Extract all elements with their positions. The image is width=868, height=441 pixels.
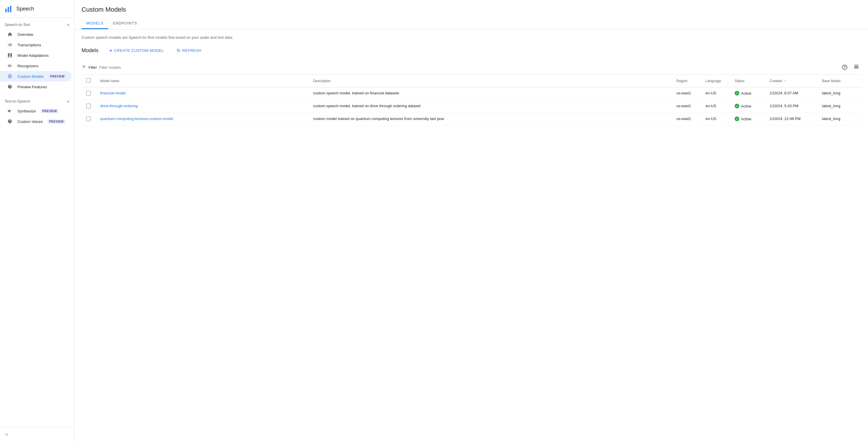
page-title: Custom Models — [82, 6, 861, 13]
model-name-link-0[interactable]: financial-model — [100, 91, 125, 95]
stt-section-header[interactable]: Speech-to-Text ∧ — [0, 20, 74, 29]
sidebar-item-recognizers[interactable]: Recognizers — [0, 61, 72, 71]
status-active-icon-0 — [735, 91, 739, 95]
recognizers-icon — [7, 63, 13, 69]
collapse-button[interactable]: ◁ — [0, 430, 74, 439]
preview-features-icon — [7, 84, 13, 90]
model-name-link-1[interactable]: drive-through-ordering — [100, 104, 138, 108]
sidebar-item-preview-features-label: Preview Features — [18, 85, 47, 89]
custom-voices-preview-badge: PREVIEW — [48, 119, 65, 124]
transcriptions-icon — [7, 42, 13, 48]
row-created-1: 1/10/24, 5:43 PM — [765, 100, 817, 113]
row-language-2: en-US — [701, 113, 730, 126]
row-checkbox-0[interactable] — [86, 91, 91, 95]
th-created[interactable]: Created ↑ — [765, 75, 817, 87]
row-model-name-2: quantum-computing-lectures-custom-model — [95, 113, 308, 126]
th-language[interactable]: Language — [701, 75, 730, 87]
th-select-all[interactable] — [82, 75, 95, 87]
row-base-model-0: latest_long — [817, 87, 861, 100]
row-region-1: us-east1 — [672, 100, 701, 113]
custom-models-preview-badge: PREVIEW — [48, 74, 66, 79]
row-checkbox-1[interactable] — [86, 104, 91, 108]
tts-section: Text-to-Speech ∧ Synthesize PREVIEW Cust… — [0, 94, 74, 129]
help-icon: ? — [842, 65, 847, 70]
sidebar-item-model-adaptations[interactable]: Model Adaptations — [0, 50, 72, 61]
sidebar-header: Speech — [0, 0, 74, 18]
status-label-0: Active — [741, 91, 751, 95]
svg-rect-2 — [10, 6, 11, 12]
filter-input[interactable] — [99, 65, 838, 69]
row-language-0: en-US — [701, 87, 730, 100]
page-description: Custom speech models are Speech-to-Text … — [82, 35, 861, 39]
th-model-name[interactable]: Model name — [95, 75, 308, 87]
select-all-checkbox[interactable] — [86, 78, 91, 83]
status-active-icon-2 — [735, 117, 739, 121]
sidebar-item-custom-voices-label: Custom Voices — [18, 119, 43, 124]
tts-chevron-icon: ∧ — [67, 99, 70, 104]
collapse-icon: ◁ — [5, 432, 7, 436]
content-toolbar: Models + CREATE CUSTOM MODEL ↻ REFRESH — [82, 46, 861, 56]
sidebar: Speech Speech-to-Text ∧ Overview Transcr… — [0, 0, 74, 441]
page-header: Custom Models MODELS ENDPOINTS — [74, 0, 868, 29]
main-content: Custom Models MODELS ENDPOINTS Custom sp… — [74, 0, 868, 441]
filter-icon — [82, 65, 86, 70]
row-checkbox-cell-2 — [82, 113, 95, 126]
svg-rect-0 — [5, 9, 7, 12]
tab-models[interactable]: MODELS — [82, 18, 108, 29]
sidebar-item-transcriptions[interactable]: Transcriptions — [0, 39, 72, 50]
columns-icon — [854, 64, 859, 70]
row-status-0: Active — [730, 87, 765, 100]
sidebar-item-model-adaptations-label: Model Adaptations — [18, 53, 49, 58]
filter-label: Filter — [89, 65, 97, 69]
status-active-icon-1 — [735, 104, 739, 108]
table-header-row: Model name Description Region Language S — [82, 75, 861, 87]
filter-bar: Filter ? — [82, 60, 861, 75]
refresh-button[interactable]: ↻ REFRESH — [173, 46, 206, 56]
row-description-1: custom speech model, trained on drive th… — [308, 100, 672, 113]
help-button[interactable]: ? — [840, 63, 849, 72]
sidebar-bottom: ◁ — [0, 427, 74, 441]
table-body: financial-model custom speech model, tra… — [82, 87, 861, 126]
synthesize-icon — [7, 108, 13, 114]
tab-endpoints[interactable]: ENDPOINTS — [108, 18, 142, 29]
th-description[interactable]: Description — [308, 75, 672, 87]
row-model-name-1: drive-through-ordering — [95, 100, 308, 113]
model-name-link-2[interactable]: quantum-computing-lectures-custom-model — [100, 117, 173, 121]
app-title: Speech — [16, 6, 34, 12]
sidebar-item-transcriptions-label: Transcriptions — [18, 43, 41, 47]
sidebar-item-custom-models[interactable]: Custom Models PREVIEW — [0, 71, 72, 82]
create-custom-model-button[interactable]: + CREATE CUSTOM MODEL — [105, 46, 168, 56]
sidebar-item-custom-models-label: Custom Models — [18, 74, 44, 79]
row-checkbox-cell-1 — [82, 100, 95, 113]
status-label-2: Active — [741, 117, 751, 121]
sidebar-item-custom-voices[interactable]: Custom Voices PREVIEW — [0, 116, 72, 127]
table-row: financial-model custom speech model, tra… — [82, 87, 861, 100]
sidebar-item-overview[interactable]: Overview — [0, 29, 72, 39]
row-description-2: custom model trained on quantum computin… — [308, 113, 672, 126]
model-adaptations-icon — [7, 53, 13, 58]
th-status[interactable]: Status — [730, 75, 765, 87]
sidebar-item-synthesize-label: Synthesize — [18, 109, 36, 113]
row-base-model-2: latest_long — [817, 113, 861, 126]
stt-chevron-icon: ∧ — [67, 23, 70, 27]
th-region[interactable]: Region — [672, 75, 701, 87]
row-region-0: us-east1 — [672, 87, 701, 100]
row-region-2: us-east1 — [672, 113, 701, 126]
content-area: Custom speech models are Speech-to-Text … — [74, 29, 868, 441]
row-checkbox-cell-0 — [82, 87, 95, 100]
sidebar-item-preview-features[interactable]: Preview Features — [0, 82, 72, 92]
custom-models-icon — [7, 74, 13, 79]
add-icon: + — [110, 48, 113, 53]
row-language-1: en-US — [701, 100, 730, 113]
row-checkbox-2[interactable] — [86, 117, 91, 121]
synthesize-preview-badge: PREVIEW — [41, 109, 59, 113]
row-base-model-1: latest_long — [817, 100, 861, 113]
column-settings-button[interactable] — [852, 63, 861, 72]
tts-section-label: Text-to-Speech — [5, 99, 30, 104]
th-base-model[interactable]: Base Model — [817, 75, 861, 87]
tts-section-header[interactable]: Text-to-Speech ∧ — [0, 97, 74, 106]
sidebar-item-overview-label: Overview — [18, 32, 33, 37]
row-description-0: custom speech model, trained on financia… — [308, 87, 672, 100]
custom-voices-icon — [7, 119, 13, 124]
sidebar-item-synthesize[interactable]: Synthesize PREVIEW — [0, 106, 72, 116]
